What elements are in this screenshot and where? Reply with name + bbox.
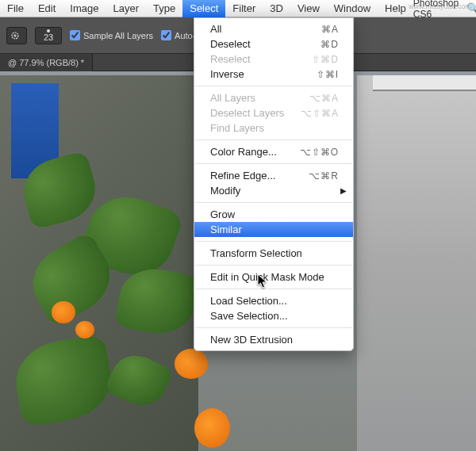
- menu-item-label: All: [210, 23, 321, 35]
- menu-type[interactable]: Type: [146, 0, 182, 17]
- menu-item-label: Save Selection...: [210, 310, 339, 322]
- menu-separator: [195, 202, 352, 203]
- menu-window[interactable]: Window: [327, 0, 378, 17]
- menu-layer[interactable]: Layer: [106, 0, 147, 17]
- menu-item-label: Find Layers: [210, 122, 339, 134]
- submenu-arrow-icon: ▶: [340, 186, 347, 195]
- app-title: Photoshop CS6: [413, 0, 459, 20]
- menu-item-refine-edge[interactable]: Refine Edge...⌥⌘R: [194, 168, 353, 183]
- menu-separator: [195, 327, 352, 328]
- menu-3d[interactable]: 3D: [263, 0, 290, 17]
- menu-item-all-layers: All Layers⌥⌘A: [194, 90, 353, 105]
- sample-all-layers-input[interactable]: [70, 30, 80, 40]
- menu-separator: [195, 140, 352, 140]
- menu-item-label: Grow: [210, 208, 339, 220]
- menu-item-grow[interactable]: Grow: [194, 207, 353, 222]
- menu-item-shortcut: ⌥⌘R: [309, 170, 339, 182]
- menu-item-shortcut: ⌥⇧⌘A: [301, 108, 339, 119]
- menu-item-save-selection[interactable]: Save Selection...: [194, 308, 353, 323]
- select-menu-dropdown: All⌘ADeselect⌘DReselect⇧⌘DInverse⇧⌘IAll …: [194, 17, 354, 351]
- menu-item-label: Edit in Quick Mask Mode: [210, 271, 339, 283]
- menu-item-shortcut: ⇧⌘I: [317, 69, 339, 80]
- menu-item-label: Modify: [210, 185, 339, 197]
- menu-image[interactable]: Image: [63, 0, 106, 17]
- sample-all-layers-checkbox[interactable]: Sample All Layers: [70, 30, 153, 40]
- menu-item-all[interactable]: All⌘A: [194, 21, 353, 36]
- menu-separator: [195, 86, 352, 86]
- menu-item-shortcut: ⌘D: [321, 39, 339, 50]
- menu-item-inverse[interactable]: Inverse⇧⌘I: [194, 67, 353, 82]
- menu-view[interactable]: View: [290, 0, 327, 17]
- menu-separator: [195, 241, 352, 242]
- menubar: File Edit Image Layer Type Select Filter…: [0, 0, 476, 17]
- menu-item-label: New 3D Extrusion: [210, 334, 339, 346]
- menu-separator: [195, 265, 352, 266]
- menu-item-label: Refine Edge...: [210, 170, 309, 182]
- menu-edit[interactable]: Edit: [31, 0, 63, 17]
- menu-item-transform-selection[interactable]: Transform Selection: [194, 246, 353, 261]
- menu-separator: [195, 163, 352, 164]
- menu-item-label: Similar: [210, 224, 339, 235]
- menu-separator: [195, 289, 352, 289]
- tool-preset-swatch[interactable]: [6, 27, 27, 44]
- sample-all-layers-label: Sample All Layers: [83, 31, 153, 40]
- menu-item-color-range[interactable]: Color Range...⌥⇧⌘O: [194, 144, 353, 159]
- menu-item-deselect[interactable]: Deselect⌘D: [194, 36, 353, 52]
- menu-item-shortcut: ⇧⌘D: [312, 54, 339, 65]
- spotlight-icon[interactable]: 🔍: [466, 2, 476, 14]
- menu-item-new-3d-extrusion[interactable]: New 3D Extrusion: [194, 332, 353, 347]
- menu-file[interactable]: File: [0, 0, 31, 17]
- menu-item-load-selection[interactable]: Load Selection...: [194, 293, 353, 308]
- document-tab[interactable]: @ 77.9% (RGB/8) *: [0, 54, 93, 71]
- menu-filter[interactable]: Filter: [225, 0, 263, 17]
- menu-item-shortcut: ⌥⇧⌘O: [300, 147, 339, 158]
- quick-selection-icon: [10, 30, 23, 41]
- menu-item-deselect-layers: Deselect Layers⌥⇧⌘A: [194, 105, 353, 120]
- menu-item-shortcut: ⌘A: [321, 24, 339, 35]
- menu-item-label: Deselect Layers: [210, 107, 301, 119]
- menu-item-modify[interactable]: Modify▶: [194, 183, 353, 198]
- menu-item-label: Transform Selection: [210, 247, 339, 259]
- menu-item-edit-in-quick-mask-mode[interactable]: Edit in Quick Mask Mode: [194, 269, 353, 285]
- menu-item-shortcut: ⌥⌘A: [309, 93, 339, 104]
- menu-item-label: Reselect: [210, 53, 312, 65]
- menu-item-find-layers: Find Layers: [194, 120, 353, 136]
- brush-size-value: 23: [37, 32, 60, 42]
- menu-item-reselect: Reselect⇧⌘D: [194, 52, 353, 67]
- menu-item-label: Load Selection...: [210, 295, 339, 307]
- brush-preset[interactable]: 23: [35, 27, 62, 44]
- menu-item-similar[interactable]: Similar: [194, 222, 353, 237]
- auto-enhance-input[interactable]: [161, 30, 171, 40]
- menu-help[interactable]: Help: [378, 0, 413, 17]
- menu-item-label: Color Range...: [210, 146, 300, 158]
- menu-select[interactable]: Select: [182, 0, 225, 17]
- menu-item-label: All Layers: [210, 92, 309, 104]
- menu-item-label: Deselect: [210, 38, 321, 50]
- menu-item-label: Inverse: [210, 68, 317, 80]
